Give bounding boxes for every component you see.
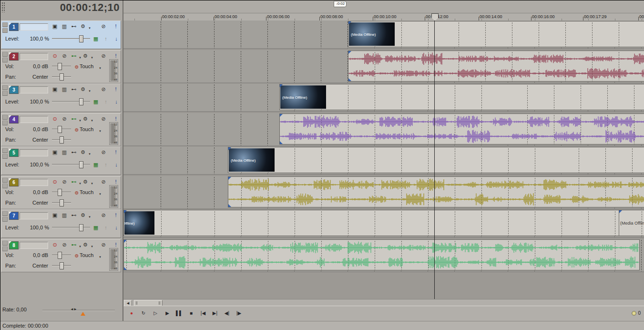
timeline-track-6[interactable] (123, 176, 644, 209)
arm-for-record-icon[interactable]: ⊙ (51, 178, 59, 186)
mute-icon[interactable]: ⊘ (100, 23, 107, 30)
automation-dropdown-arrow[interactable]: ▾ (86, 150, 93, 157)
timeline-track-7[interactable]: (Media Offline)(Media Offline) (123, 209, 644, 238)
go-to-start-button[interactable]: |◀ (198, 309, 208, 318)
invert-phase-icon[interactable]: ⊘ (61, 178, 68, 186)
make-compositing-child-icon[interactable]: ↓ (112, 35, 120, 42)
audio-event[interactable] (123, 239, 640, 270)
volume-slider[interactable] (52, 189, 71, 195)
invert-phase-icon[interactable]: ⊘ (61, 241, 68, 248)
pan-slider[interactable] (52, 262, 71, 268)
record-button[interactable]: ● (126, 309, 137, 318)
track-header-1[interactable]: 1▣▥⊷⚙▾⊘!Level:100,0 %▦↑↓ (1, 21, 121, 49)
fade-handle-icon[interactable] (228, 147, 231, 150)
automation-dropdown-arrow[interactable]: ▾ (86, 213, 93, 220)
fade-handle-icon[interactable] (124, 267, 127, 270)
frame-forward-button[interactable]: |▶ (234, 309, 244, 318)
compositing-mode-icon[interactable]: ▣ (51, 212, 59, 219)
track-name-strip[interactable] (20, 23, 48, 31)
invert-phase-icon[interactable]: ⊘ (61, 52, 68, 60)
track-name-strip[interactable] (20, 116, 48, 123)
timecode-display[interactable]: 00:00:12;10 (0, 0, 120, 15)
timeline-track-5[interactable]: (Media Offline) (123, 146, 644, 175)
make-compositing-parent-icon[interactable]: ↑ (102, 98, 110, 105)
track-name-strip[interactable] (20, 149, 48, 156)
pan-slider[interactable] (52, 136, 71, 143)
track-header-3[interactable]: 3▣▥⊷⚙▾⊘!Level:100,0 %▦↑↓ (1, 83, 121, 112)
track-motion-icon[interactable]: ▥ (61, 86, 68, 93)
automation-mode[interactable]: Touch (80, 126, 93, 132)
fade-handle-icon[interactable] (280, 114, 283, 117)
track-number-badge[interactable]: 2 (9, 52, 19, 61)
solo-icon[interactable]: ! (112, 52, 120, 60)
fade-handle-icon[interactable] (280, 84, 283, 87)
track-grip[interactable] (2, 241, 8, 252)
track-number-badge[interactable]: 3 (9, 86, 19, 94)
solo-icon[interactable]: ! (112, 178, 120, 186)
arm-for-record-icon[interactable]: ⊙ (51, 241, 59, 248)
timeline-track-2[interactable] (123, 50, 644, 83)
automation-dropdown-arrow[interactable]: ▾ (88, 54, 96, 61)
audio-event[interactable] (228, 176, 644, 207)
automation-mode-arrow[interactable]: ▾ (96, 64, 104, 72)
track-header-8[interactable]: 8⊙⊘⊷▾⚙▾⊘!Vol:0,0 dB⚙Touch▾Pan:Center1224… (1, 239, 121, 272)
mute-icon[interactable]: ⊘ (100, 52, 107, 60)
track-number-badge[interactable]: 8 (9, 241, 19, 249)
solo-icon[interactable]: ! (112, 212, 120, 219)
frame-back-button[interactable]: ◀| (222, 309, 232, 318)
track-header-7[interactable]: 7▣▥⊷⚙▾⊘!Level:100,0 %▦↑↓ (1, 209, 121, 238)
solo-icon[interactable]: ! (112, 86, 120, 93)
video-event[interactable]: (Media Offline) (619, 210, 644, 236)
compositing-child-icon[interactable]: ▦ (92, 161, 100, 168)
make-compositing-parent-icon[interactable]: ↑ (102, 161, 110, 168)
track-motion-icon[interactable]: ▥ (61, 149, 68, 156)
fade-handle-icon[interactable] (619, 210, 622, 213)
fade-handle-icon[interactable] (124, 240, 127, 243)
level-slider[interactable] (52, 35, 90, 41)
fade-handle-icon[interactable] (348, 21, 351, 24)
mute-icon[interactable]: ⊘ (100, 86, 107, 93)
track-name-strip[interactable] (20, 179, 48, 186)
compositing-mode-icon[interactable]: ▣ (51, 23, 59, 30)
automation-mode[interactable]: Touch (80, 189, 93, 195)
automation-dropdown-arrow[interactable]: ▾ (88, 180, 96, 187)
make-compositing-child-icon[interactable]: ↓ (112, 161, 120, 168)
video-event[interactable]: (Media Offline) (279, 84, 644, 110)
track-name-strip[interactable] (20, 242, 48, 249)
level-slider[interactable] (52, 224, 90, 230)
track-grip[interactable] (2, 22, 8, 34)
fade-handle-icon[interactable] (228, 177, 231, 180)
track-grip[interactable] (2, 85, 8, 97)
automation-mode-arrow[interactable]: ▾ (96, 127, 104, 134)
track-number-badge[interactable]: 7 (9, 212, 19, 220)
loop-playback-button[interactable]: ↻ (138, 309, 149, 318)
track-number-badge[interactable]: 6 (9, 178, 19, 186)
track-grip[interactable] (2, 148, 8, 160)
compositing-child-icon[interactable]: ▦ (92, 224, 100, 231)
track-number-badge[interactable]: 5 (9, 149, 19, 157)
volume-slider[interactable] (52, 63, 71, 69)
track-number-badge[interactable]: 4 (9, 115, 19, 124)
automation-dropdown-arrow[interactable]: ▾ (86, 24, 93, 31)
pan-slider[interactable] (52, 73, 71, 80)
track-name-strip[interactable] (20, 53, 48, 60)
timeline-track-4[interactable] (123, 113, 644, 146)
go-to-end-button[interactable]: ▶| (210, 309, 220, 318)
compositing-mode-icon[interactable]: ▣ (51, 149, 59, 156)
marker-bar[interactable]: -0:02 (123, 0, 644, 13)
mute-icon[interactable]: ⊘ (100, 149, 107, 156)
volume-slider[interactable] (52, 252, 71, 258)
fade-handle-icon[interactable] (348, 51, 351, 54)
track-header-5[interactable]: 5▣▥⊷⚙▾⊘!Level:100,0 %▦↑↓ (1, 146, 121, 175)
mute-icon[interactable]: ⊘ (100, 241, 107, 248)
rate-slider-handle[interactable]: ◄► (70, 307, 77, 311)
video-event[interactable]: (Media Offline) (123, 210, 619, 236)
automation-dropdown-arrow[interactable]: ▾ (88, 117, 96, 124)
pause-button[interactable]: ▌▌ (174, 309, 184, 318)
mute-icon[interactable]: ⊘ (100, 212, 107, 219)
fade-handle-icon[interactable] (348, 78, 351, 81)
track-name-strip[interactable] (20, 212, 48, 219)
solo-icon[interactable]: ! (112, 241, 120, 248)
level-slider[interactable] (52, 98, 90, 104)
track-motion-icon[interactable]: ▥ (61, 23, 68, 30)
